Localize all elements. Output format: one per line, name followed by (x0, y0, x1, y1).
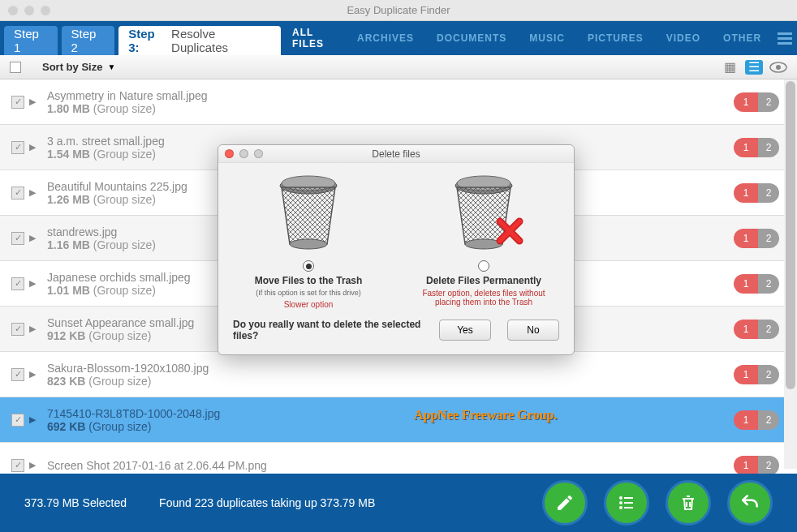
found-duplicates-label: Found 223 duplicates taking up 373.79 MB (159, 496, 375, 509)
expand-icon[interactable]: ▶ (29, 460, 36, 470)
minimize-window-icon[interactable] (24, 6, 34, 15)
row-checkbox[interactable]: ✓ (11, 323, 24, 336)
dialog-minimize-icon (239, 149, 248, 158)
expand-icon[interactable]: ▶ (29, 187, 36, 198)
traffic-lights (8, 6, 50, 15)
badge-count-1: 1 (734, 320, 758, 339)
window-title: Easy Duplicate Finder (0, 4, 797, 16)
row-checkbox[interactable]: ✓ (11, 368, 24, 381)
menu-icon[interactable] (773, 21, 797, 55)
filter-music[interactable]: MUSIC (518, 21, 576, 55)
file-info: Sakura-Blossom-1920x1080.jpg 823 KB (Gro… (47, 362, 786, 388)
step3-desc: Resolve Duplicates (171, 27, 271, 54)
sort-label[interactable]: Sort by Size (42, 61, 102, 73)
action-buttons (542, 480, 773, 526)
badge-count-1: 1 (734, 92, 758, 112)
scrollbar[interactable] (784, 79, 797, 469)
eye-view-icon[interactable] (769, 60, 787, 75)
badge-count-2: 2 (758, 274, 779, 294)
badge-count-2: 2 (758, 138, 779, 157)
confirm-text: Do you really want to delete the selecte… (233, 319, 423, 341)
badge-count-1: 1 (734, 229, 758, 248)
group-badge[interactable]: 1 2 (734, 456, 779, 475)
radio-move-trash[interactable] (303, 260, 314, 272)
svg-rect-5 (624, 497, 633, 499)
row-checkbox[interactable]: ✓ (11, 277, 24, 290)
trash-x-icon (439, 171, 528, 260)
expand-icon[interactable]: ▶ (29, 324, 36, 334)
scroll-thumb[interactable] (786, 81, 795, 389)
row-checkbox[interactable]: ✓ (11, 232, 24, 245)
trash-button[interactable] (666, 480, 711, 526)
expand-icon[interactable]: ▶ (29, 278, 36, 289)
filter-other[interactable]: OTHER (712, 21, 773, 55)
file-row[interactable]: ✓ ▶ Sakura-Blossom-1920x1080.jpg 823 KB … (0, 352, 797, 397)
grid-view-icon[interactable]: ▦ (721, 60, 739, 75)
badge-count-2: 2 (758, 92, 779, 112)
badge-count-2: 2 (758, 229, 779, 248)
filter-documents[interactable]: DOCUMENTS (425, 21, 518, 55)
group-badge[interactable]: 1 2 (734, 183, 779, 203)
maximize-window-icon[interactable] (41, 6, 50, 15)
filter-pictures[interactable]: PICTURES (576, 21, 655, 55)
option1-note: Slower option (233, 300, 384, 309)
badge-count-1: 1 (734, 183, 758, 203)
tab-step1[interactable]: Step 1 (4, 26, 58, 55)
group-badge[interactable]: 1 2 (734, 229, 779, 248)
undo-button[interactable] (727, 480, 773, 526)
expand-icon[interactable]: ▶ (29, 142, 36, 152)
file-row[interactable]: ✓ ▶ 7145410-R3L8T8D-1000-2048.jpg 692 KB… (0, 397, 797, 443)
option-move-to-trash[interactable]: Move Files to the Trash (If this option … (233, 171, 384, 309)
badge-count-2: 2 (758, 365, 779, 384)
filter-all-files[interactable]: ALL FILES (281, 21, 346, 55)
step3-label: Step 3: (128, 27, 167, 54)
group-badge[interactable]: 1 2 (734, 92, 779, 112)
row-checkbox[interactable]: ✓ (11, 459, 24, 472)
filter-archives[interactable]: ARCHIVES (346, 21, 425, 55)
file-name: Asymmetry in Nature small.jpeg (47, 89, 786, 102)
top-nav-bar: Step 1 Step 2 Step 3: Resolve Duplicates… (0, 21, 797, 55)
filter-video[interactable]: VIDEO (655, 21, 712, 55)
badge-count-1: 1 (734, 138, 758, 157)
list-view-icon[interactable]: ☰ (745, 60, 763, 75)
edit-button[interactable] (542, 480, 588, 526)
file-row[interactable]: ✓ ▶ Asymmetry in Nature small.jpeg 1.80 … (0, 79, 797, 125)
no-button[interactable]: No (507, 320, 559, 341)
file-name: Sakura-Blossom-1920x1080.jpg (47, 362, 786, 375)
row-checkbox[interactable]: ✓ (11, 414, 24, 427)
list-button[interactable] (604, 480, 649, 526)
file-size: 823 KB (Group size) (47, 375, 786, 388)
group-badge[interactable]: 1 2 (734, 410, 779, 430)
svg-point-2 (619, 496, 623, 500)
yes-button[interactable]: Yes (439, 320, 491, 341)
x-icon (495, 217, 524, 246)
expand-icon[interactable]: ▶ (29, 233, 36, 243)
radio-delete-perm[interactable] (478, 260, 489, 272)
window-titlebar: Easy Duplicate Finder (0, 0, 797, 21)
row-checkbox[interactable]: ✓ (11, 187, 24, 200)
expand-icon[interactable]: ▶ (29, 369, 36, 380)
group-badge[interactable]: 1 2 (734, 138, 779, 157)
master-checkbox[interactable] (10, 62, 21, 73)
close-window-icon[interactable] (8, 6, 18, 15)
dialog-titlebar: Delete files (218, 145, 574, 163)
expand-icon[interactable]: ▶ (29, 414, 36, 425)
badge-count-1: 1 (734, 274, 758, 294)
group-badge[interactable]: 1 2 (734, 365, 779, 384)
watermark: AppNee Freeware Group. (414, 408, 557, 423)
dialog-title: Delete files (218, 148, 574, 160)
sort-arrow-icon[interactable]: ▼ (107, 62, 115, 71)
dialog-close-icon[interactable] (225, 149, 234, 158)
expand-icon[interactable]: ▶ (29, 97, 36, 107)
tab-step3[interactable]: Step 3: Resolve Duplicates (118, 26, 281, 55)
file-size: 1.80 MB (Group size) (47, 102, 786, 115)
group-badge[interactable]: 1 2 (734, 320, 779, 339)
row-checkbox[interactable]: ✓ (11, 141, 24, 154)
row-checkbox[interactable]: ✓ (11, 96, 24, 109)
delete-dialog: Delete files Move Files to the Trash (If… (218, 144, 575, 355)
file-info: Asymmetry in Nature small.jpeg 1.80 MB (… (47, 89, 786, 115)
tab-step2[interactable]: Step 2 (62, 26, 115, 55)
svg-point-4 (619, 506, 623, 509)
option-delete-permanently[interactable]: Delete Files Permanently Faster option, … (408, 171, 559, 309)
group-badge[interactable]: 1 2 (734, 274, 779, 294)
